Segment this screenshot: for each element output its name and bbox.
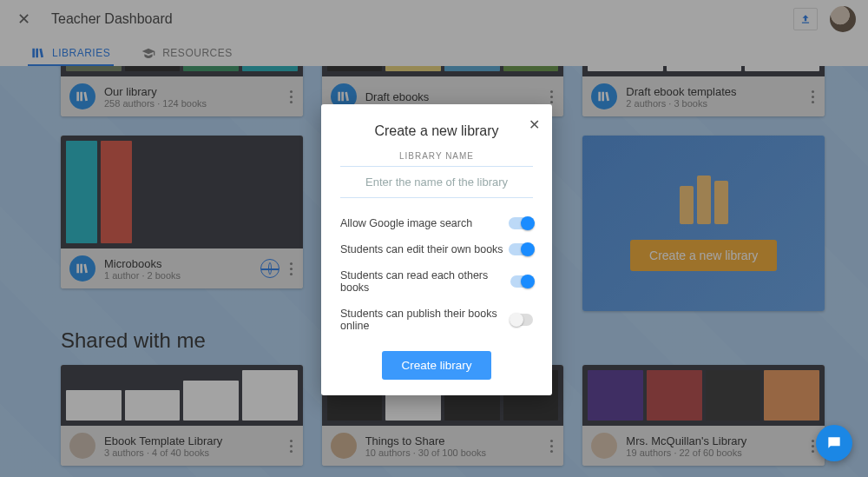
toggle-students-publish-online[interactable] xyxy=(511,314,533,326)
toggle-students-read-others[interactable] xyxy=(510,275,533,288)
modal-options: Allow Google image search Students can e… xyxy=(340,217,533,332)
create-library-submit[interactable]: Create library xyxy=(382,351,490,380)
toggle-google-image-search[interactable] xyxy=(509,217,533,229)
option-row: Students can edit their own books xyxy=(340,243,533,255)
toggle-students-edit-own[interactable] xyxy=(509,243,533,255)
close-icon[interactable]: ✕ xyxy=(529,116,540,133)
option-row: Allow Google image search xyxy=(340,217,533,229)
chat-fab[interactable] xyxy=(816,425,852,461)
field-label: LIBRARY NAME xyxy=(340,151,533,161)
create-library-modal: ✕ Create a new library LIBRARY NAME Allo… xyxy=(321,104,552,395)
library-name-input[interactable] xyxy=(340,166,533,198)
chat-icon xyxy=(825,434,843,452)
option-label: Allow Google image search xyxy=(340,217,472,229)
option-row: Students can publish their books online xyxy=(340,308,533,332)
option-label: Students can read each others books xyxy=(340,269,510,294)
option-label: Students can publish their books online xyxy=(340,308,511,332)
option-row: Students can read each others books xyxy=(340,269,533,294)
modal-title: Create a new library xyxy=(340,123,533,139)
option-label: Students can edit their own books xyxy=(340,243,503,255)
